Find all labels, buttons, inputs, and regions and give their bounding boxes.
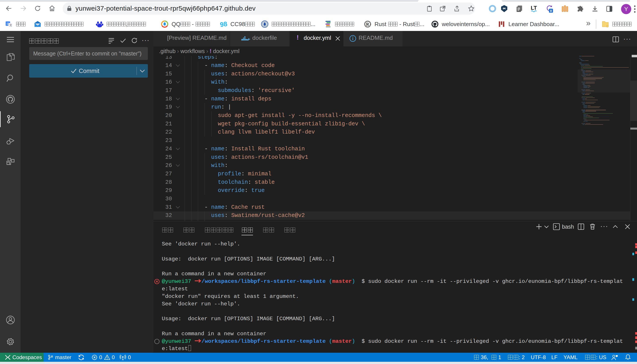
svg-text:LT: LT — [531, 5, 537, 11]
svg-text:0: 0 — [550, 9, 552, 12]
svg-text:文: 文 — [10, 24, 12, 27]
svg-text:R: R — [366, 22, 369, 26]
svg-text:98: 98 — [220, 20, 227, 28]
